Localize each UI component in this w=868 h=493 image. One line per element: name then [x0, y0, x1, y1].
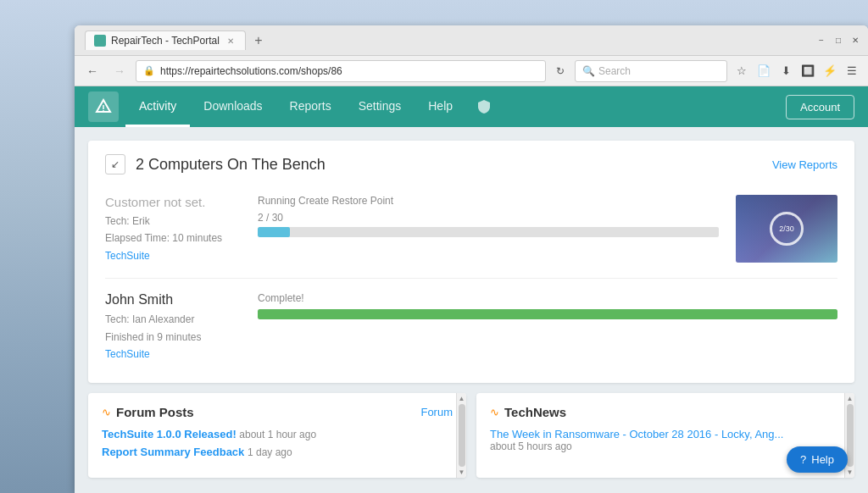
app-navbar: ActivityDownloadsReportsSettingsHelp Acc… [75, 86, 868, 127]
scroll-up-icon[interactable]: ▲ [459, 395, 465, 402]
entry-progress: Complete! [258, 292, 837, 363]
entry-info: John Smith Tech: Ian Alexander Finished … [105, 292, 241, 363]
tech-name: Tech: Erik [105, 213, 241, 230]
news-item-time: about 5 hours ago [490, 440, 841, 452]
toolbar-icons: ☆ 📄 ⬇ 🔲 ⚡ ☰ [732, 62, 861, 80]
nav-item-activity[interactable]: Activity [125, 86, 190, 127]
scrollbar[interactable]: ▲ ▼ [456, 393, 466, 478]
scroll-up-icon[interactable]: ▲ [847, 395, 854, 402]
rss-icon: ∿ [102, 406, 111, 418]
back-button[interactable]: ← [81, 60, 103, 82]
progress-bar-background [258, 227, 719, 237]
nav-item-reports[interactable]: Reports [276, 86, 345, 127]
forum-item-title[interactable]: TechSuite 1.0.0 Released! about 1 hour a… [102, 428, 453, 440]
tab-label: RepairTech - TechPortal [111, 35, 220, 47]
forum-item: TechSuite 1.0.0 Released! about 1 hour a… [102, 428, 453, 440]
task-label: Complete! [258, 292, 837, 304]
restore-button[interactable]: □ [832, 35, 844, 47]
browser-tab[interactable]: RepairTech - TechPortal ✕ [85, 30, 246, 50]
forum-items: TechSuite 1.0.0 Released! about 1 hour a… [102, 428, 453, 458]
elapsed-time: Finished in 9 minutes [105, 329, 241, 346]
customer-name: John Smith [105, 292, 241, 307]
tab-close-button[interactable]: ✕ [225, 35, 236, 47]
progress-bar-background [258, 309, 837, 319]
help-button[interactable]: ? Help [787, 446, 848, 473]
bottom-row: ∿ Forum Posts Forum TechSuite 1.0.0 Rele… [88, 393, 854, 478]
suite-link[interactable]: TechSuite [105, 250, 150, 262]
download-icon[interactable]: ⬇ [776, 62, 795, 80]
address-bar: ← → 🔒 https://repairtechsolutions.com/sh… [75, 56, 868, 86]
forum-item-time: about 1 hour ago [239, 429, 316, 440]
scroll-thumb[interactable] [459, 404, 465, 467]
bookmark-icon[interactable]: ☆ [732, 62, 751, 80]
nav-items: ActivityDownloadsReportsSettingsHelp [125, 86, 466, 127]
bench-toggle-button[interactable]: ↙ [105, 154, 125, 174]
technews-items: The Week in Ransomware - October 28 2016… [490, 428, 841, 452]
scroll-down-icon[interactable]: ▼ [459, 468, 465, 476]
account-button[interactable]: Account [786, 95, 854, 119]
reload-button[interactable]: ↻ [551, 62, 570, 80]
nav-item-help[interactable]: Help [415, 86, 466, 127]
svg-point-2 [103, 110, 104, 112]
progress-counter: 2 / 30 [258, 212, 719, 224]
page-content: ActivityDownloadsReportsSettingsHelp Acc… [75, 86, 868, 493]
customer-name: Customer not set. [105, 195, 241, 209]
rss-icon: ∿ [490, 406, 499, 418]
forum-card: ∿ Forum Posts Forum TechSuite 1.0.0 Rele… [88, 393, 466, 478]
main-content: ↙ 2 Computers On The Bench View Reports … [75, 127, 868, 493]
search-bar[interactable]: 🔍 Search [575, 60, 727, 82]
menu-icon[interactable]: ☰ [843, 62, 861, 80]
view-reports-link[interactable]: View Reports [772, 158, 837, 171]
entry-meta: Tech: Erik Elapsed Time: 10 minutes Tech… [105, 213, 241, 264]
url-bar[interactable]: 🔒 https://repairtechsolutions.com/shops/… [136, 60, 546, 82]
screenshot-progress-circle: 2/30 [770, 212, 804, 246]
new-tab-button[interactable]: + [249, 31, 268, 50]
forum-item-title[interactable]: Report Summary Feedback 1 day ago [102, 446, 453, 458]
computer-entry: John Smith Tech: Ian Alexander Finished … [105, 278, 837, 369]
screenshot-thumbnail: 2/30 [736, 195, 837, 263]
news-item: The Week in Ransomware - October 28 2016… [490, 428, 841, 452]
task-label: Running Create Restore Point [258, 195, 719, 207]
forum-item-time: 1 day ago [248, 446, 292, 458]
reader-icon[interactable]: 📄 [754, 62, 773, 80]
technews-title: TechNews [504, 405, 566, 419]
progress-bar-fill [258, 227, 290, 237]
window-controls: − □ ✕ [815, 35, 861, 47]
scroll-down-icon[interactable]: ▼ [847, 468, 854, 476]
forum-item: Report Summary Feedback 1 day ago [102, 446, 453, 458]
help-icon: ? [800, 453, 806, 466]
tech-name: Tech: Ian Alexander [105, 311, 241, 328]
search-placeholder: Search [598, 65, 631, 77]
extensions-icon[interactable]: 🔲 [798, 62, 817, 80]
entry-info: Customer not set. Tech: Erik Elapsed Tim… [105, 195, 241, 264]
progress-bar-fill [258, 309, 837, 319]
shield-icon [476, 99, 492, 114]
elapsed-time: Elapsed Time: 10 minutes [105, 230, 241, 246]
url-text: https://repairtechsolutions.com/shops/86 [160, 65, 342, 77]
nav-item-settings[interactable]: Settings [345, 86, 415, 127]
browser-window: RepairTech - TechPortal ✕ + − □ ✕ ← → 🔒 … [75, 25, 868, 493]
brand-logo[interactable] [88, 91, 119, 122]
bench-title: 2 Computers On The Bench [136, 156, 326, 174]
lock-icon: 🔒 [143, 65, 155, 76]
minimize-button[interactable]: − [815, 35, 827, 47]
entry-progress: Running Create Restore Point 2 / 30 [258, 195, 719, 264]
news-item-title[interactable]: The Week in Ransomware - October 28 2016… [490, 428, 841, 440]
power-icon[interactable]: ⚡ [821, 62, 839, 80]
brand-icon [95, 98, 112, 115]
entry-meta: Tech: Ian Alexander Finished in 9 minute… [105, 311, 241, 363]
title-bar: RepairTech - TechPortal ✕ + − □ ✕ [75, 25, 868, 56]
search-icon: 🔍 [582, 65, 595, 77]
help-label: Help [811, 453, 834, 466]
bench-header: ↙ 2 Computers On The Bench View Reports [105, 154, 837, 174]
forum-section-header: ∿ Forum Posts Forum [102, 405, 453, 419]
forum-link[interactable]: Forum [420, 406, 453, 418]
suite-link[interactable]: TechSuite [105, 348, 150, 360]
bench-card: ↙ 2 Computers On The Bench View Reports … [88, 141, 854, 383]
forward-button[interactable]: → [108, 60, 131, 82]
tab-favicon [94, 35, 106, 47]
computer-entry: Customer not set. Tech: Erik Elapsed Tim… [105, 188, 837, 271]
technews-section-header: ∿ TechNews [490, 405, 841, 419]
nav-item-downloads[interactable]: Downloads [190, 86, 275, 127]
close-button[interactable]: ✕ [849, 35, 861, 47]
